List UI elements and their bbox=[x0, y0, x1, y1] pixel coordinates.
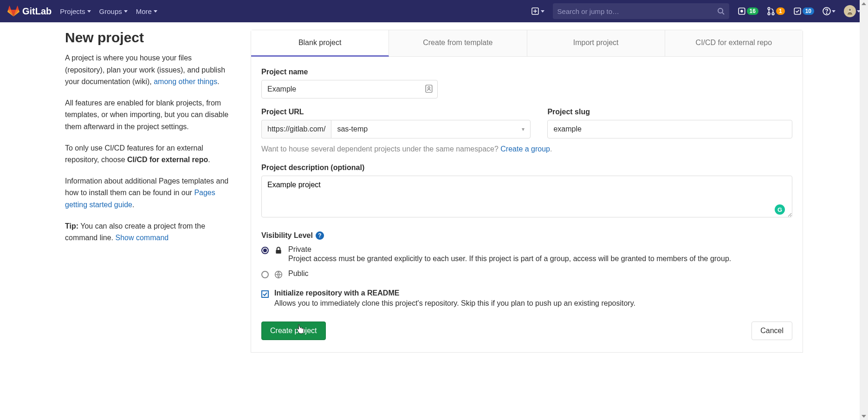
project-info-sidebar: New project A project is where you house… bbox=[65, 30, 232, 353]
tab-cicd-external[interactable]: CI/CD for external repo bbox=[665, 30, 803, 56]
new-project-form: Project name Project URL https://gitlab.… bbox=[251, 57, 803, 353]
text: Want to house several dependent projects… bbox=[261, 145, 500, 153]
radio-private[interactable] bbox=[261, 247, 269, 254]
project-name-input[interactable] bbox=[261, 80, 438, 98]
search-box[interactable] bbox=[553, 3, 729, 19]
visibility-public-option[interactable]: Public bbox=[261, 269, 792, 279]
scroll-up-icon[interactable] bbox=[862, 2, 866, 5]
project-url-column: Project URL https://gitlab.com/ sas-temp… bbox=[261, 108, 531, 138]
project-type-tabs: Blank project Create from template Impor… bbox=[251, 30, 803, 57]
readme-desc: Allows you to immediately clone this pro… bbox=[274, 299, 635, 308]
among-other-things-link[interactable]: among other things bbox=[154, 78, 217, 85]
svg-rect-13 bbox=[276, 250, 281, 254]
person-icon bbox=[846, 7, 854, 15]
nav-groups[interactable]: Groups bbox=[99, 7, 128, 15]
plus-icon bbox=[531, 7, 539, 15]
project-url-group: https://gitlab.com/ sas-temp ▾ bbox=[261, 120, 531, 138]
project-description-label: Project description (optional) bbox=[261, 164, 792, 172]
chevron-down-icon bbox=[832, 10, 836, 13]
nav-projects[interactable]: Projects bbox=[60, 7, 91, 15]
readme-checkbox[interactable] bbox=[261, 290, 269, 298]
globe-icon bbox=[274, 270, 283, 279]
nav-groups-label: Groups bbox=[99, 7, 122, 15]
visibility-level-label: Visibility Level ? bbox=[261, 231, 792, 240]
tanuki-icon bbox=[7, 5, 19, 17]
visibility-public-title: Public bbox=[288, 269, 309, 278]
vertical-scrollbar[interactable] bbox=[860, 0, 868, 371]
issues-count-badge: 16 bbox=[747, 7, 758, 15]
visibility-help-icon[interactable]: ? bbox=[316, 231, 324, 240]
radio-content: Public bbox=[288, 269, 309, 278]
tab-create-from-template[interactable]: Create from template bbox=[389, 30, 527, 56]
info-paragraph-tip: Tip: You can also create a project from … bbox=[65, 220, 232, 244]
check-icon bbox=[262, 291, 268, 297]
project-name-field-wrapper bbox=[261, 80, 438, 98]
url-slug-row: Project URL https://gitlab.com/ sas-temp… bbox=[261, 108, 792, 138]
lock-icon bbox=[274, 246, 283, 255]
main-column: Blank project Create from template Impor… bbox=[251, 30, 803, 353]
project-url-label: Project URL bbox=[261, 108, 531, 116]
info-paragraph-2: All features are enabled for blank proje… bbox=[65, 97, 232, 133]
cicd-strong: CI/CD for external repo bbox=[127, 156, 208, 164]
grammarly-icon[interactable]: G bbox=[775, 204, 785, 215]
project-slug-label: Project slug bbox=[547, 108, 792, 116]
visibility-private-title: Private bbox=[288, 245, 731, 254]
text: Visibility Level bbox=[261, 231, 313, 240]
chevron-down-icon: ▾ bbox=[522, 126, 525, 132]
svg-point-5 bbox=[768, 13, 770, 15]
gitlab-logo[interactable]: GitLab bbox=[7, 5, 52, 17]
chevron-down-icon bbox=[541, 10, 544, 13]
project-description-textarea[interactable] bbox=[261, 176, 792, 217]
project-name-label: Project name bbox=[261, 68, 792, 76]
namespace-helper: Want to house several dependent projects… bbox=[261, 145, 792, 153]
svg-point-1 bbox=[718, 8, 723, 13]
tip-label: Tip: bbox=[65, 222, 78, 230]
new-dropdown[interactable] bbox=[531, 7, 544, 15]
create-group-link[interactable]: Create a group bbox=[500, 145, 550, 153]
svg-point-9 bbox=[826, 13, 827, 14]
contacts-icon bbox=[425, 85, 433, 93]
user-menu[interactable] bbox=[844, 5, 861, 17]
help-link[interactable] bbox=[823, 7, 836, 15]
project-slug-column: Project slug bbox=[547, 108, 792, 138]
issues-icon bbox=[738, 7, 746, 15]
top-navbar: GitLab Projects Groups More 16 1 10 bbox=[0, 0, 868, 22]
help-icon bbox=[823, 7, 831, 15]
nav-projects-label: Projects bbox=[60, 7, 85, 15]
nav-more-label: More bbox=[136, 7, 152, 15]
chevron-down-icon bbox=[154, 10, 157, 13]
svg-point-3 bbox=[740, 10, 743, 13]
svg-point-10 bbox=[849, 8, 851, 11]
initialize-readme-option[interactable]: Initialize repository with a README Allo… bbox=[261, 289, 792, 308]
svg-point-4 bbox=[768, 7, 770, 10]
project-slug-input[interactable] bbox=[547, 120, 792, 138]
text: . bbox=[550, 145, 552, 153]
tab-blank-project[interactable]: Blank project bbox=[251, 30, 389, 57]
page-container: New project A project is where you house… bbox=[0, 22, 868, 371]
radio-public[interactable] bbox=[261, 271, 269, 278]
namespace-select[interactable]: sas-temp ▾ bbox=[331, 120, 531, 138]
description-wrapper: G bbox=[261, 176, 792, 219]
merge-request-icon bbox=[767, 7, 775, 15]
visibility-private-option[interactable]: Private Project access must be granted e… bbox=[261, 245, 792, 263]
show-command-link[interactable]: Show command bbox=[116, 234, 169, 242]
issues-link[interactable]: 16 bbox=[738, 7, 758, 15]
url-host-addon: https://gitlab.com/ bbox=[261, 120, 331, 138]
check-content: Initialize repository with a README Allo… bbox=[274, 289, 635, 308]
create-project-button[interactable]: Create project bbox=[261, 322, 326, 340]
text: . bbox=[208, 156, 210, 164]
search-icon bbox=[717, 7, 725, 15]
visibility-private-desc: Project access must be granted explicitl… bbox=[288, 255, 731, 263]
tab-import-project[interactable]: Import project bbox=[527, 30, 665, 56]
cancel-button[interactable]: Cancel bbox=[751, 322, 792, 340]
merge-requests-link[interactable]: 1 bbox=[767, 7, 785, 15]
text: . bbox=[217, 78, 219, 85]
todos-link[interactable]: 10 bbox=[793, 7, 814, 15]
chevron-down-icon bbox=[124, 10, 128, 13]
todos-icon bbox=[793, 7, 802, 15]
nav-more[interactable]: More bbox=[136, 7, 157, 15]
search-input[interactable] bbox=[557, 7, 717, 15]
info-paragraph-3: To only use CI/CD features for an extern… bbox=[65, 142, 232, 166]
chevron-down-icon bbox=[87, 10, 91, 13]
avatar bbox=[844, 5, 856, 17]
